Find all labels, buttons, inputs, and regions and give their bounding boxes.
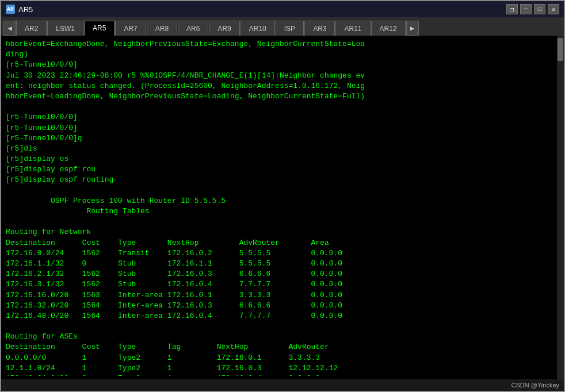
tab-ar12[interactable]: AR12 (371, 21, 406, 36)
tab-ar6[interactable]: AR6 (178, 21, 208, 36)
window-controls: ❐ ─ □ ✕ (506, 4, 559, 14)
tab-lsw1[interactable]: LSW1 (47, 21, 83, 36)
tab-next-button[interactable]: ▶ (406, 21, 419, 36)
main-window: AR AR5 ❐ ─ □ ✕ ◀ AR2LSW1AR5AR7AR8AR6AR9A… (0, 0, 565, 392)
title-bar-left: AR AR5 (6, 5, 33, 14)
tabs-container: AR2LSW1AR5AR7AR8AR6AR9AR10ISPAR3AR11AR12 (16, 21, 406, 36)
scrollbar-thumb[interactable] (558, 38, 563, 61)
tab-ar9[interactable]: AR9 (209, 21, 239, 36)
status-text: CSDN @Yinckey (511, 382, 560, 389)
app-icon: AR (6, 5, 15, 14)
tab-ar2[interactable]: AR2 (16, 21, 47, 36)
scrollbar[interactable] (557, 36, 564, 379)
tab-ar10[interactable]: AR10 (240, 21, 275, 36)
tab-ar3[interactable]: AR3 (304, 21, 335, 36)
tab-ar5[interactable]: AR5 (84, 21, 114, 36)
title-bar: AR AR5 ❐ ─ □ ✕ (1, 1, 564, 17)
tab-ar7[interactable]: AR7 (115, 21, 146, 36)
tab-isp[interactable]: ISP (276, 21, 304, 36)
tab-bar: ◀ AR2LSW1AR5AR7AR8AR6AR9AR10ISPAR3AR11AR… (1, 17, 564, 36)
status-bar: CSDN @Yinckey (1, 379, 564, 391)
tab-ar8[interactable]: AR8 (147, 21, 177, 36)
tab-ar11[interactable]: AR11 (335, 21, 370, 36)
tab-prev-button[interactable]: ◀ (3, 21, 16, 36)
minimize-button[interactable]: ─ (520, 4, 532, 14)
app-icon-text: AR (7, 6, 14, 13)
terminal[interactable]: hborEvent=ExchangeDone, NeighborPrevious… (1, 36, 564, 379)
close-button[interactable]: ✕ (548, 4, 559, 14)
terminal-content: hborEvent=ExchangeDone, NeighborPrevious… (6, 39, 559, 376)
window-title: AR5 (18, 5, 33, 14)
maximize-button[interactable]: □ (534, 4, 545, 14)
restore-button[interactable]: ❐ (506, 4, 518, 14)
